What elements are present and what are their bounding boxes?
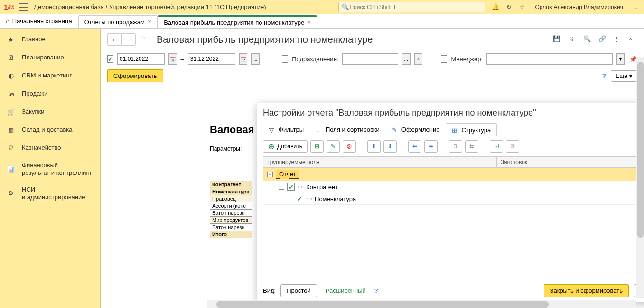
tree-node-row[interactable]: − ⧟ Контрагент: [263, 181, 644, 193]
more-icon[interactable]: ⋮: [614, 35, 622, 44]
node-checkbox[interactable]: [296, 195, 303, 202]
link-icon[interactable]: 🔗: [598, 35, 607, 44]
sidebar-item-label: Закупки: [22, 108, 44, 116]
sidebar-item-sales[interactable]: 🛍 Продажи: [0, 85, 100, 103]
dept-checkbox[interactable]: [282, 55, 288, 63]
close-page-icon[interactable]: ×: [629, 35, 637, 44]
scroll-thumb[interactable]: [637, 62, 644, 238]
collapse-button[interactable]: ⇆: [465, 140, 478, 153]
bell-icon[interactable]: 🔔: [491, 3, 500, 11]
table-row: Мир продуктов: [210, 217, 252, 224]
group-button[interactable]: ⊞: [310, 140, 324, 153]
save-icon[interactable]: 💾: [553, 35, 561, 44]
check-button[interactable]: ☑: [490, 140, 503, 153]
date-to-input[interactable]: [188, 53, 235, 65]
add-button[interactable]: ⊕ Добавить: [263, 140, 308, 153]
tree-root-row[interactable]: − Отчет: [263, 168, 644, 181]
settings-icon[interactable]: ≡: [632, 3, 640, 11]
delete-button[interactable]: ⊗: [343, 140, 356, 153]
dept-ellipsis[interactable]: ...: [402, 53, 411, 65]
dialog-title: Настройки отчета "Валовая прибыль предпр…: [263, 108, 644, 118]
sidebar-item-warehouse[interactable]: ▦ Склад и доставка: [0, 121, 100, 139]
warehouse-icon: ▦: [7, 125, 15, 134]
move-left-button[interactable]: ⬅: [408, 140, 421, 153]
more-button[interactable]: Еще ▾: [611, 70, 637, 82]
edit-button[interactable]: ✎: [327, 140, 340, 153]
favorite-button[interactable]: ☆: [140, 34, 152, 45]
dept-input[interactable]: [342, 53, 398, 65]
user-name[interactable]: Орлов Александр Владимирович: [535, 4, 623, 10]
sidebar-item-main[interactable]: ★ Главное: [0, 30, 100, 48]
node-checkbox[interactable]: [287, 183, 295, 191]
date-ellipsis[interactable]: ...: [251, 53, 260, 65]
sidebar-item-purchases[interactable]: 🛒 Закупки: [0, 103, 100, 121]
expand-button[interactable]: ⇅: [449, 140, 462, 153]
table-row: Батон нарезн: [210, 224, 252, 231]
sidebar-item-crm[interactable]: ◐ CRM и маркетинг: [0, 67, 100, 85]
sidebar-item-treasury[interactable]: ₽ Казначейство: [0, 139, 100, 157]
move-right-button[interactable]: ➡: [424, 140, 438, 153]
sidebar-item-admin[interactable]: ⚙ НСИ и администрирование: [0, 181, 100, 205]
dtab-label: Оформление: [401, 126, 440, 133]
tab-reports[interactable]: Отчеты по продажам ×: [78, 15, 158, 28]
move-up-button[interactable]: ⬆: [367, 140, 381, 153]
home-tab[interactable]: ⌂ Начальная страница: [0, 14, 78, 28]
date-checkbox[interactable]: [107, 55, 113, 63]
content-area: ← → ☆ Валовая прибыль предприятия по ном…: [101, 29, 644, 308]
manager-label: Менеджер:: [451, 56, 483, 63]
plus-icon: ⊕: [268, 142, 274, 151]
scroll-thumb[interactable]: [216, 301, 549, 308]
view-advanced-link[interactable]: Расширенный: [322, 285, 370, 297]
search-input[interactable]: [349, 4, 482, 10]
star-icon[interactable]: ☆: [518, 3, 526, 11]
help-icon[interactable]: ?: [602, 72, 606, 79]
dtab-styling[interactable]: ✎ Оформление: [386, 123, 446, 136]
dtab-fields[interactable]: ≡ Поля и сортировки: [310, 123, 386, 136]
dialog-tabs: ▽ Фильтры ≡ Поля и сортировки ✎ Оформлен…: [257, 123, 644, 136]
sidebar-item-finance[interactable]: 📊 Финансовый результат и контроллинг: [0, 157, 100, 181]
global-search[interactable]: 🔍: [338, 2, 485, 12]
col-header: Заголовок: [496, 157, 644, 168]
link-icon: ⧟: [298, 183, 303, 190]
dtab-structure[interactable]: ⊞ Структура: [446, 123, 497, 136]
manager-dropdown[interactable]: ▾: [616, 53, 625, 65]
date-to-picker[interactable]: 📅: [239, 53, 248, 65]
gear-icon: ⚙: [7, 189, 15, 198]
dtab-filters[interactable]: ▽ Фильтры: [263, 123, 310, 136]
apply-close-button[interactable]: Закрыть и сформировать: [544, 284, 629, 297]
tree-node-row[interactable]: ⧟ Номенклатура: [263, 193, 644, 205]
finance-icon: 📊: [7, 165, 15, 173]
node-label: Контрагент: [306, 183, 338, 191]
date-from-input[interactable]: [117, 53, 165, 65]
sidebar-item-label: Продажи: [22, 90, 47, 97]
preview-icon[interactable]: 🔍: [583, 35, 592, 44]
dialog-body: Группируемые поля Заголовок ▽ ≡ ✎ − Отче…: [257, 156, 644, 279]
generate-button[interactable]: Сформировать: [107, 69, 163, 82]
copy-button[interactable]: ⧉: [506, 140, 519, 153]
print-icon[interactable]: 🖨: [568, 35, 577, 44]
navigation-tabs: ⌂ Начальная страница Отчеты по продажам …: [0, 14, 644, 29]
help-icon[interactable]: ?: [374, 287, 378, 294]
manager-checkbox[interactable]: [441, 55, 447, 63]
menu-burger[interactable]: [19, 3, 28, 11]
close-icon[interactable]: ×: [148, 18, 151, 26]
sidebar-item-planning[interactable]: 🗓 Планирование: [0, 48, 100, 67]
tab-gross-profit[interactable]: Валовая прибыль предприятия по номенклат…: [158, 15, 317, 28]
table-header: Контрагент: [210, 181, 252, 188]
horizontal-scrollbar[interactable]: [207, 300, 636, 308]
dept-clear[interactable]: ×: [414, 53, 423, 65]
move-down-button[interactable]: ⬇: [383, 140, 397, 153]
collapse-icon[interactable]: −: [267, 172, 273, 177]
back-button[interactable]: ←: [107, 33, 121, 46]
dialog-header: Настройки отчета "Валовая прибыль предпр…: [257, 103, 644, 123]
fields-icon: ≡: [316, 126, 323, 133]
vertical-scrollbar[interactable]: [636, 57, 644, 298]
close-icon[interactable]: ×: [307, 19, 311, 26]
view-simple-button[interactable]: Простой: [280, 284, 317, 297]
manager-input[interactable]: [486, 53, 613, 65]
date-from-picker[interactable]: 📅: [168, 53, 177, 65]
forward-button[interactable]: →: [121, 33, 136, 46]
sidebar-item-label: НСИ и администрирование: [22, 186, 85, 201]
collapse-icon[interactable]: −: [279, 184, 284, 190]
history-icon[interactable]: ↻: [504, 3, 513, 11]
